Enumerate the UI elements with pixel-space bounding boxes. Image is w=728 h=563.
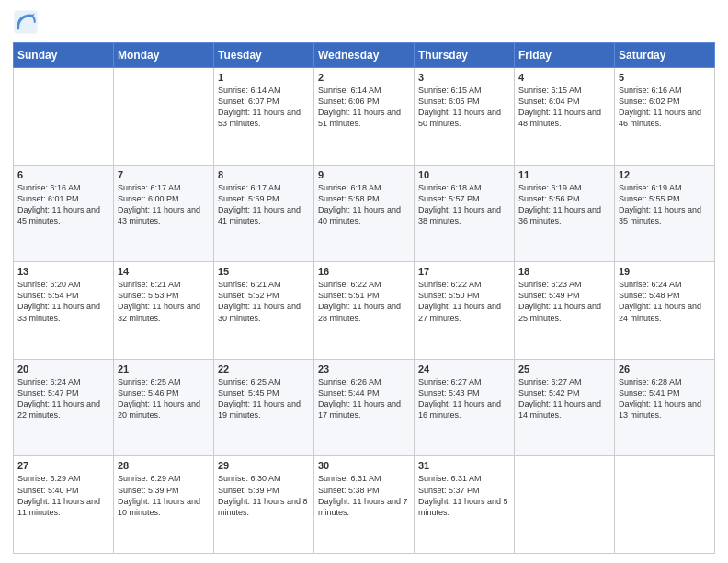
weekday-header-sunday: Sunday	[14, 43, 114, 68]
day-info: Sunrise: 6:25 AM Sunset: 5:46 PM Dayligh…	[118, 376, 210, 421]
weekday-header-row: SundayMondayTuesdayWednesdayThursdayFrid…	[14, 43, 715, 68]
calendar-cell: 18Sunrise: 6:23 AM Sunset: 5:49 PM Dayli…	[515, 262, 615, 360]
calendar-cell: 22Sunrise: 6:25 AM Sunset: 5:45 PM Dayli…	[214, 359, 314, 456]
calendar-cell: 4Sunrise: 6:15 AM Sunset: 6:04 PM Daylig…	[515, 68, 615, 166]
calendar-cell	[14, 68, 114, 166]
day-info: Sunrise: 6:29 AM Sunset: 5:39 PM Dayligh…	[118, 473, 210, 518]
day-number: 27	[17, 460, 109, 471]
calendar-cell: 12Sunrise: 6:19 AM Sunset: 5:55 PM Dayli…	[615, 165, 715, 262]
day-number: 16	[318, 266, 410, 277]
day-number: 29	[218, 460, 310, 471]
week-row-1: 6Sunrise: 6:16 AM Sunset: 6:01 PM Daylig…	[14, 165, 715, 262]
day-number: 8	[218, 169, 310, 180]
day-info: Sunrise: 6:21 AM Sunset: 5:52 PM Dayligh…	[218, 279, 310, 324]
day-info: Sunrise: 6:23 AM Sunset: 5:49 PM Dayligh…	[518, 279, 610, 324]
day-info: Sunrise: 6:18 AM Sunset: 5:57 PM Dayligh…	[418, 182, 510, 227]
day-number: 18	[518, 266, 610, 277]
calendar-cell: 16Sunrise: 6:22 AM Sunset: 5:51 PM Dayli…	[314, 262, 415, 360]
day-number: 7	[118, 169, 210, 180]
day-number: 25	[518, 363, 610, 374]
calendar-cell	[114, 68, 214, 166]
weekday-header-saturday: Saturday	[615, 43, 715, 68]
day-info: Sunrise: 6:31 AM Sunset: 5:38 PM Dayligh…	[318, 473, 410, 518]
day-number: 12	[619, 169, 711, 180]
calendar-cell	[515, 456, 615, 554]
week-row-4: 27Sunrise: 6:29 AM Sunset: 5:40 PM Dayli…	[14, 456, 715, 554]
calendar-cell: 19Sunrise: 6:24 AM Sunset: 5:48 PM Dayli…	[615, 262, 715, 360]
page: SundayMondayTuesdayWednesdayThursdayFrid…	[0, 0, 728, 563]
day-number: 1	[218, 72, 310, 83]
calendar-cell: 2Sunrise: 6:14 AM Sunset: 6:06 PM Daylig…	[314, 68, 415, 166]
day-number: 19	[619, 266, 711, 277]
logo	[13, 9, 42, 35]
day-info: Sunrise: 6:22 AM Sunset: 5:50 PM Dayligh…	[418, 279, 510, 324]
day-number: 11	[518, 169, 610, 180]
day-number: 30	[318, 460, 410, 471]
calendar-cell: 23Sunrise: 6:26 AM Sunset: 5:44 PM Dayli…	[314, 359, 415, 456]
calendar-cell: 20Sunrise: 6:24 AM Sunset: 5:47 PM Dayli…	[14, 359, 114, 456]
calendar-cell: 1Sunrise: 6:14 AM Sunset: 6:07 PM Daylig…	[214, 68, 314, 166]
day-info: Sunrise: 6:17 AM Sunset: 6:00 PM Dayligh…	[118, 182, 210, 227]
day-info: Sunrise: 6:24 AM Sunset: 5:48 PM Dayligh…	[619, 279, 711, 324]
day-info: Sunrise: 6:27 AM Sunset: 5:42 PM Dayligh…	[518, 376, 610, 421]
day-info: Sunrise: 6:22 AM Sunset: 5:51 PM Dayligh…	[318, 279, 410, 324]
day-number: 24	[418, 363, 510, 374]
day-info: Sunrise: 6:15 AM Sunset: 6:04 PM Dayligh…	[518, 85, 610, 130]
day-number: 17	[418, 266, 510, 277]
day-info: Sunrise: 6:19 AM Sunset: 5:56 PM Dayligh…	[518, 182, 610, 227]
calendar-cell: 11Sunrise: 6:19 AM Sunset: 5:56 PM Dayli…	[515, 165, 615, 262]
calendar-cell	[615, 456, 715, 554]
calendar-cell: 27Sunrise: 6:29 AM Sunset: 5:40 PM Dayli…	[14, 456, 114, 554]
day-number: 9	[318, 169, 410, 180]
day-info: Sunrise: 6:16 AM Sunset: 6:02 PM Dayligh…	[619, 85, 711, 130]
calendar-cell: 17Sunrise: 6:22 AM Sunset: 5:50 PM Dayli…	[415, 262, 515, 360]
day-info: Sunrise: 6:20 AM Sunset: 5:54 PM Dayligh…	[17, 279, 109, 324]
calendar-cell: 10Sunrise: 6:18 AM Sunset: 5:57 PM Dayli…	[415, 165, 515, 262]
calendar-cell: 30Sunrise: 6:31 AM Sunset: 5:38 PM Dayli…	[314, 456, 415, 554]
calendar-cell: 15Sunrise: 6:21 AM Sunset: 5:52 PM Dayli…	[214, 262, 314, 360]
day-number: 10	[418, 169, 510, 180]
calendar-cell: 3Sunrise: 6:15 AM Sunset: 6:05 PM Daylig…	[415, 68, 515, 166]
weekday-header-monday: Monday	[114, 43, 214, 68]
day-number: 4	[518, 72, 610, 83]
calendar-cell: 6Sunrise: 6:16 AM Sunset: 6:01 PM Daylig…	[14, 165, 114, 262]
day-number: 21	[118, 363, 210, 374]
weekday-header-wednesday: Wednesday	[314, 43, 415, 68]
day-number: 15	[218, 266, 310, 277]
day-info: Sunrise: 6:19 AM Sunset: 5:55 PM Dayligh…	[619, 182, 711, 227]
weekday-header-tuesday: Tuesday	[214, 43, 314, 68]
day-info: Sunrise: 6:27 AM Sunset: 5:43 PM Dayligh…	[418, 376, 510, 421]
day-info: Sunrise: 6:16 AM Sunset: 6:01 PM Dayligh…	[17, 182, 109, 227]
day-number: 5	[619, 72, 711, 83]
calendar-cell: 24Sunrise: 6:27 AM Sunset: 5:43 PM Dayli…	[415, 359, 515, 456]
calendar-cell: 25Sunrise: 6:27 AM Sunset: 5:42 PM Dayli…	[515, 359, 615, 456]
calendar-cell: 14Sunrise: 6:21 AM Sunset: 5:53 PM Dayli…	[114, 262, 214, 360]
day-number: 2	[318, 72, 410, 83]
week-row-2: 13Sunrise: 6:20 AM Sunset: 5:54 PM Dayli…	[14, 262, 715, 360]
logo-icon	[13, 9, 39, 35]
calendar-cell: 26Sunrise: 6:28 AM Sunset: 5:41 PM Dayli…	[615, 359, 715, 456]
day-info: Sunrise: 6:26 AM Sunset: 5:44 PM Dayligh…	[318, 376, 410, 421]
calendar-cell: 28Sunrise: 6:29 AM Sunset: 5:39 PM Dayli…	[114, 456, 214, 554]
day-info: Sunrise: 6:14 AM Sunset: 6:07 PM Dayligh…	[218, 85, 310, 130]
day-info: Sunrise: 6:28 AM Sunset: 5:41 PM Dayligh…	[619, 376, 711, 421]
day-info: Sunrise: 6:29 AM Sunset: 5:40 PM Dayligh…	[17, 473, 109, 518]
day-number: 26	[619, 363, 711, 374]
weekday-header-thursday: Thursday	[415, 43, 515, 68]
calendar-cell: 5Sunrise: 6:16 AM Sunset: 6:02 PM Daylig…	[615, 68, 715, 166]
day-number: 13	[17, 266, 109, 277]
day-info: Sunrise: 6:31 AM Sunset: 5:37 PM Dayligh…	[418, 473, 510, 518]
day-info: Sunrise: 6:25 AM Sunset: 5:45 PM Dayligh…	[218, 376, 310, 421]
day-info: Sunrise: 6:18 AM Sunset: 5:58 PM Dayligh…	[318, 182, 410, 227]
day-number: 14	[118, 266, 210, 277]
calendar-cell: 13Sunrise: 6:20 AM Sunset: 5:54 PM Dayli…	[14, 262, 114, 360]
day-info: Sunrise: 6:21 AM Sunset: 5:53 PM Dayligh…	[118, 279, 210, 324]
day-number: 31	[418, 460, 510, 471]
week-row-0: 1Sunrise: 6:14 AM Sunset: 6:07 PM Daylig…	[14, 68, 715, 166]
day-number: 28	[118, 460, 210, 471]
day-info: Sunrise: 6:15 AM Sunset: 6:05 PM Dayligh…	[418, 85, 510, 130]
week-row-3: 20Sunrise: 6:24 AM Sunset: 5:47 PM Dayli…	[14, 359, 715, 456]
day-number: 20	[17, 363, 109, 374]
weekday-header-friday: Friday	[515, 43, 615, 68]
day-info: Sunrise: 6:14 AM Sunset: 6:06 PM Dayligh…	[318, 85, 410, 130]
